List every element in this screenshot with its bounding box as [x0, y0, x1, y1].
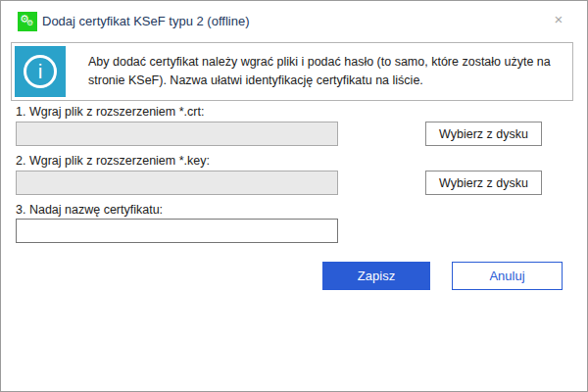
gears-icon: ⚙ ⚙	[18, 12, 37, 31]
info-icon-glyph: i	[24, 55, 57, 88]
titlebar[interactable]: ⚙ ⚙ Dodaj certyfikat KSeF typu 2 (offlin…	[1, 1, 587, 41]
window-title: Dodaj certyfikat KSeF typu 2 (offline)	[42, 14, 249, 28]
key-browse-button[interactable]: Wybierz z dysku	[425, 171, 542, 195]
close-icon[interactable]: ×	[550, 11, 567, 28]
crt-file-label: 1. Wgraj plik z rozszerzeniem *.crt:	[16, 105, 204, 119]
info-message: Aby dodać certyfikat należy wgrać pliki …	[69, 43, 572, 100]
info-panel: i Aby dodać certyfikat należy wgrać plik…	[11, 42, 573, 101]
certificate-name-label: 3. Nadaj nazwę certyfikatu:	[16, 203, 163, 217]
crt-browse-button[interactable]: Wybierz z dysku	[425, 122, 542, 146]
crt-file-input	[16, 122, 338, 146]
info-icon: i	[15, 46, 66, 97]
key-file-label: 2. Wgraj plik z rozszerzeniem *.key:	[16, 154, 210, 168]
key-file-input	[16, 171, 338, 195]
save-button[interactable]: Zapisz	[322, 262, 430, 290]
certificate-name-input[interactable]	[16, 219, 338, 243]
cancel-button[interactable]: Anuluj	[452, 262, 563, 290]
add-certificate-dialog: ⚙ ⚙ Dodaj certyfikat KSeF typu 2 (offlin…	[0, 0, 588, 392]
gear-glyph: ⚙	[26, 20, 33, 27]
